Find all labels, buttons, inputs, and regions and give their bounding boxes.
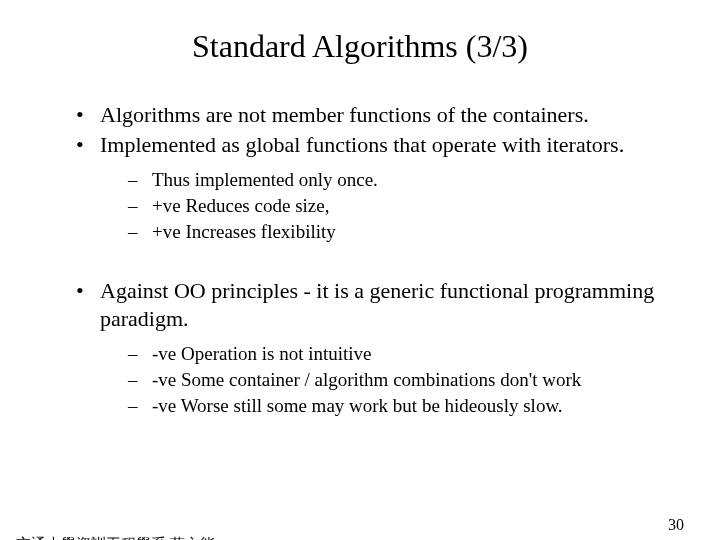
sub-bullet-item: +ve Increases flexibility — [100, 219, 664, 244]
footer-text: 交通大學資訓工程學系 蔡文能 — [16, 535, 215, 540]
bullet-item: Against OO principles - it is a generic … — [72, 277, 664, 419]
sub-bullet-item: Thus implemented only once. — [100, 167, 664, 192]
bullet-item: Implemented as global functions that ope… — [72, 131, 664, 244]
sub-bullet-item: +ve Reduces code size, — [100, 193, 664, 218]
sub-bullet-item: -ve Some container / algorithm combinati… — [100, 367, 664, 392]
slide: Standard Algorithms (3/3) Algorithms are… — [0, 28, 720, 540]
slide-title: Standard Algorithms (3/3) — [0, 28, 720, 65]
sub-bullet-item: -ve Worse still some may work but be hid… — [100, 393, 664, 418]
bullet-item: Algorithms are not member functions of t… — [72, 101, 664, 129]
page-number: 30 — [668, 516, 684, 534]
sub-bullet-list: -ve Operation is not intuitive -ve Some … — [100, 341, 664, 418]
sub-bullet-item: -ve Operation is not intuitive — [100, 341, 664, 366]
slide-content: Algorithms are not member functions of t… — [0, 101, 720, 418]
bullet-list: Algorithms are not member functions of t… — [72, 101, 664, 245]
bullet-text: Implemented as global functions that ope… — [100, 132, 624, 157]
bullet-text: Against OO principles - it is a generic … — [100, 278, 654, 331]
spacer — [72, 247, 664, 277]
sub-bullet-list: Thus implemented only once. +ve Reduces … — [100, 167, 664, 244]
bullet-list: Against OO principles - it is a generic … — [72, 277, 664, 419]
